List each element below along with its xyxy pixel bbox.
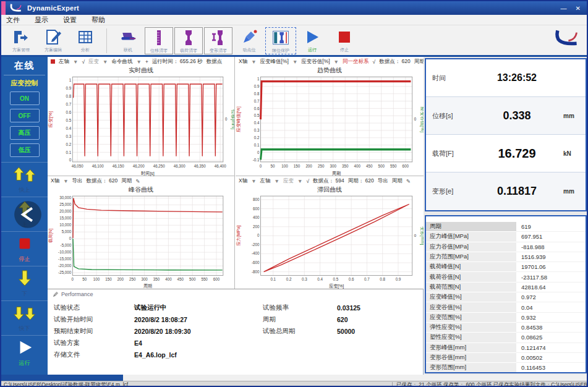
chart-header-item[interactable]: ▼ bbox=[297, 178, 302, 184]
svg-text:应变[%]: 应变[%] bbox=[48, 111, 53, 128]
param-row[interactable]: 塑性应变[%]0.08625 bbox=[426, 333, 586, 342]
toolbar-button-edit[interactable]: 方案编辑 bbox=[37, 27, 69, 53]
toolbar-button-play[interactable]: 运行 bbox=[296, 27, 328, 53]
svg-text:0.6: 0.6 bbox=[349, 277, 354, 281]
chart-header-item[interactable]: √ bbox=[306, 178, 309, 184]
chart-header-item[interactable]: 数据点： 620 bbox=[379, 58, 411, 66]
chart-header-item[interactable]: ▼ bbox=[275, 178, 279, 184]
chart-header-item[interactable]: 应变 bbox=[88, 58, 99, 66]
ruler-icon bbox=[150, 28, 168, 47]
toolbar-button-extenso[interactable]: 变形清零 bbox=[204, 27, 232, 54]
sidebar-button-低压[interactable]: 低压 bbox=[10, 143, 40, 157]
chart-header-item[interactable]: ✎ bbox=[406, 178, 411, 184]
chart-header-item[interactable]: 导出 bbox=[378, 177, 388, 185]
chart-header-0[interactable]: 左轴▼√应变▼命令曲线▼+运行时间： 655.26 秒数据点 bbox=[48, 57, 234, 66]
chart-header-item[interactable]: X轴 bbox=[239, 58, 247, 66]
toolbar-button-stop[interactable]: 停止 bbox=[328, 27, 360, 53]
jog-down2-button[interactable]: 快下 bbox=[1, 300, 48, 335]
chart-header-item[interactable]: ▼ bbox=[292, 59, 297, 65]
sidebar-button-高压[interactable]: 高压 bbox=[10, 126, 40, 140]
jog-up1-button[interactable]: 上 bbox=[1, 197, 48, 231]
toolbar-button-machine[interactable]: 联机 bbox=[112, 27, 144, 53]
chart-header-item[interactable]: 数据点 bbox=[207, 58, 223, 66]
chart-header-item[interactable]: 周期 bbox=[121, 177, 132, 185]
chart-header-item[interactable]: ▼ bbox=[137, 59, 142, 65]
sidebar-button-off[interactable]: OFF bbox=[10, 109, 40, 122]
param-row[interactable]: 载荷范围[N]42818.64 bbox=[426, 283, 586, 292]
svg-text:0.4: 0.4 bbox=[254, 121, 260, 125]
chart-header-item[interactable]: ▼ bbox=[73, 59, 78, 65]
chart-header-item[interactable]: 导出 bbox=[72, 177, 83, 185]
menu-item-1[interactable]: 显示 bbox=[35, 15, 48, 25]
param-row[interactable]: 弹性应变[%]0.84538 bbox=[426, 323, 586, 333]
menu-item-3[interactable]: 帮助 bbox=[92, 15, 105, 25]
chart-header-item[interactable]: 左轴 bbox=[260, 177, 271, 185]
chart-header-item[interactable]: ✎ bbox=[135, 178, 140, 184]
toolbar-button-limit[interactable]: 限位保护 bbox=[265, 27, 296, 54]
svg-text:46,050: 46,050 bbox=[72, 163, 83, 168]
param-row[interactable]: 应变谷值[%]0.04 bbox=[426, 302, 586, 312]
chart-header-item[interactable]: X轴 bbox=[239, 177, 247, 185]
jog-playw-button[interactable]: 运行 bbox=[1, 335, 48, 370]
jog-down1-button[interactable]: 下 bbox=[1, 266, 48, 300]
minimize-button[interactable]: — bbox=[561, 5, 567, 12]
param-row[interactable]: 应变范围[%]0.932 bbox=[426, 313, 586, 323]
brand-logo-icon bbox=[552, 28, 579, 47]
toolbar-button-pen[interactable]: 动点位 bbox=[233, 27, 265, 53]
chart-header-item[interactable]: ▼ bbox=[251, 178, 256, 184]
chart-header-item[interactable]: 数据点： 594 bbox=[313, 177, 344, 185]
param-row[interactable]: 载荷谷值[N]-23117.58 bbox=[426, 272, 586, 282]
chart-header-item[interactable]: 左轴 bbox=[59, 58, 69, 66]
chart-header-2[interactable]: X轴▼导出数据点： 620周期✎ bbox=[48, 176, 234, 185]
chart-header-item[interactable]: 运行时间： 655.26 秒 bbox=[152, 58, 203, 66]
param-row[interactable]: 应力谷值[MPa]-818.988 bbox=[426, 242, 586, 252]
performance-label: 预期结束时间 bbox=[54, 327, 134, 336]
jog-up2-button[interactable]: 快上 bbox=[1, 162, 48, 197]
chart-header-3[interactable]: X轴▼左轴▼应变▼√数据点： 594周期： 620导出周期✎ bbox=[236, 176, 424, 185]
param-row[interactable]: 应力峰值[MPa]697.951 bbox=[426, 232, 586, 242]
toolbar-button-analyze[interactable]: 分析 bbox=[69, 27, 101, 53]
chart-header-1[interactable]: X轴▼应变峰值[%]▼应变谷值[%]▼同一坐标系√数据点： 620周期： 620 bbox=[236, 57, 424, 66]
chart-header-item[interactable]: X轴 bbox=[51, 177, 59, 185]
param-row[interactable]: 变形峰值[mm]0.121474 bbox=[426, 343, 586, 353]
chart-header-item[interactable]: 周期 bbox=[392, 177, 403, 185]
chart-header-item[interactable]: ▼ bbox=[334, 59, 339, 65]
performance-value: E4_A6.lop_lcf bbox=[134, 351, 177, 359]
menu-item-0[interactable]: 文件 bbox=[6, 15, 20, 25]
performance-value: 试验运行中 bbox=[134, 304, 167, 312]
chart-header-item[interactable]: 应变 bbox=[283, 177, 294, 185]
toolbar-button-plan[interactable]: 方案管理 bbox=[5, 27, 37, 53]
chart-header-item[interactable]: 同一坐标系 bbox=[343, 58, 369, 66]
toolbar-button-ruler[interactable]: 位移清零 bbox=[145, 27, 173, 54]
chart-header-item[interactable]: 周期： 620 bbox=[414, 58, 424, 66]
chart-header-item[interactable]: √ bbox=[82, 59, 85, 65]
param-row[interactable]: 应变峰值[%]0.972 bbox=[426, 292, 586, 302]
chart-header-item[interactable]: 周期： 620 bbox=[348, 177, 374, 185]
jog-stopsq-button[interactable]: 停止 bbox=[1, 231, 48, 266]
chart-header-item[interactable]: + bbox=[145, 59, 148, 65]
chart-header-item[interactable]: 命令曲线 bbox=[112, 58, 133, 66]
performance-row: 预期结束时间2020/8/20 18:09:30 bbox=[54, 325, 252, 337]
performance-value: 2020/8/2 18:08:27 bbox=[134, 316, 187, 323]
chart-title: 趋势曲线 bbox=[236, 66, 424, 74]
live-readouts-panel: 时间13:26:52位移[s]0.338mm载荷[F]16.729kN变形[e]… bbox=[425, 58, 587, 211]
sidebar-button-on[interactable]: ON bbox=[10, 91, 40, 105]
chart-header-item[interactable]: 应变谷值[%] bbox=[301, 58, 330, 66]
plan-icon bbox=[12, 28, 30, 46]
param-row[interactable]: 应力范围[MPa]1516.939 bbox=[426, 252, 586, 262]
param-row[interactable]: 变形范围[mm]0.116453 bbox=[426, 363, 586, 373]
chart-header-item[interactable]: ▼ bbox=[103, 59, 108, 65]
param-value: -818.988 bbox=[516, 242, 586, 252]
toolbar-button-dogbone[interactable]: 载荷清零 bbox=[174, 27, 203, 54]
param-row[interactable]: 变形谷值[mm]0.00502 bbox=[426, 353, 586, 363]
svg-text:46,300: 46,300 bbox=[174, 163, 185, 168]
chart-header-item[interactable]: 数据点： 620 bbox=[87, 177, 118, 185]
close-button[interactable]: ✕ bbox=[576, 5, 581, 12]
chart-header-item[interactable]: √ bbox=[373, 59, 376, 65]
chart-header-item[interactable]: ▼ bbox=[251, 59, 256, 65]
chart-header-item[interactable]: 应变峰值[%] bbox=[260, 58, 289, 66]
param-row[interactable]: 周期619 bbox=[426, 222, 586, 232]
menu-item-2[interactable]: 设置 bbox=[63, 15, 77, 25]
chart-header-item[interactable]: ▼ bbox=[63, 178, 68, 184]
param-row[interactable]: 载荷峰值[N]19701.06 bbox=[426, 262, 586, 272]
